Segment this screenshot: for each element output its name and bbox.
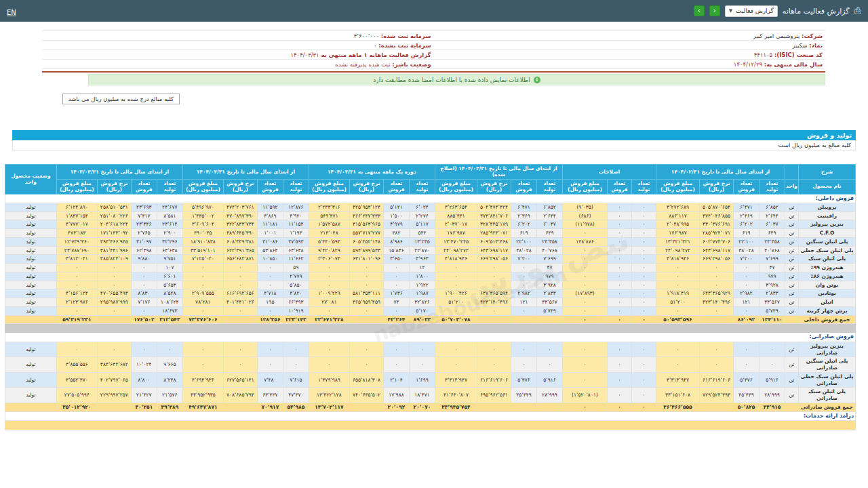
value-cell: ۷۰۸٬۶۸۵٬۷۹۴: [223, 388, 257, 403]
value-cell: ۲٬۱۲۳٬۹۷۶: [56, 298, 97, 307]
unit-cell: تن: [785, 237, 799, 246]
value-cell: ۰: [511, 281, 536, 289]
product-status-cell: تولید: [5, 203, 56, 211]
value-cell: ۴٬۸۱۸٬۹۴۶: [435, 255, 477, 264]
product-name-cell: اتیلن: [799, 298, 856, 307]
value-cell: ۳٬۹۲۸: [760, 281, 785, 289]
value-cell: ۰: [631, 229, 656, 238]
value-cell: ۰: [607, 264, 631, 272]
value-cell: ۲٬۱۰۴: [383, 372, 409, 388]
value-cell: ۰: [182, 272, 223, 281]
product-status-cell: تولید: [5, 220, 56, 229]
value-cell: ۷۴: [383, 298, 409, 307]
value-cell: ۳۳۰٬۳۷۶٬۶۹۱: [700, 220, 734, 229]
value-cell: ۰: [131, 264, 157, 272]
unit-cell: تن: [785, 306, 799, 315]
value-cell: ۰: [182, 264, 223, 272]
value-cell: ۴۲۳٬۱۴۰٬۴۹۶: [700, 298, 734, 307]
value-cell: ۶۳٬۶۳۸: [157, 246, 182, 255]
col-sub-header: مبلغ فروش (میلیون ریال): [435, 179, 477, 194]
printer-icon[interactable]: ⎙: [854, 5, 861, 16]
prev-report-button[interactable]: ‹: [709, 5, 720, 16]
col-spacer: [785, 165, 799, 180]
value-cell: ۰: [309, 306, 349, 315]
table-row: رافینیتتن۲٬۶۴۴۲٬۳۶۹۳۷۴٬۰۴۶٬۸۵۵۸۸۶٬۱۱۷۰۰(…: [5, 211, 855, 220]
value-cell: ۰: [734, 281, 760, 289]
value-cell: ۰: [56, 281, 97, 289]
value-cell: ۳۸٬۰۲۸: [734, 246, 760, 255]
value-cell: ۱٬۶۹۹: [409, 372, 435, 388]
value-cell: ۰: [97, 306, 131, 315]
value-cell: ۲۸٬۹۹۹: [760, 388, 785, 403]
value-cell: ۶٬۲۰۲: [511, 220, 536, 229]
value-cell: ۰: [562, 315, 607, 324]
product-status-cell: تولید: [5, 372, 56, 388]
header-group-row: شرحاز ابتدای سال مالی تا تاریخ ۱۴۰۴/۰۲/۳…: [5, 165, 855, 180]
value-cell: ۳۸۹٬۶۴۵٬۳۹۰: [223, 229, 257, 238]
value-cell: ۲٬۷۷۹: [283, 272, 309, 281]
value-cell: ۰: [257, 357, 283, 373]
value-cell: ۱٬۴۳۵٬۰۰۲: [182, 211, 223, 220]
value-cell: ۳۸۱٬۴۴۱٬۹۹۶: [97, 246, 131, 255]
value-cell: ۰: [409, 342, 435, 357]
section-note: کلیه مبالغ به میلیون ریال است: [12, 140, 856, 150]
col-group-title: دوره یک ماهه منتهی به ۱۴۰۴/۰۳/۳۱: [309, 165, 435, 180]
value-cell: ۰: [562, 264, 607, 272]
report-type-select[interactable]: گزارش فعالیت ▼: [725, 5, 778, 17]
value-cell: ۰: [257, 342, 283, 357]
value-cell: ۰: [562, 255, 607, 264]
info-cell: شرکت: پتروشیمی امیر کبیر: [434, 32, 826, 40]
value-cell: ۷٬۶۹۹: [536, 255, 562, 264]
value-cell: ۶٬۰۳۷: [536, 220, 562, 229]
value-cell: ۱۷۶٬۵۰۲: [131, 315, 157, 324]
value-cell: ۷٬۱۲۵٬۰۲۰: [182, 255, 223, 264]
value-cell: ۰: [257, 281, 283, 289]
value-cell: ۳۶٬۴۶۶٬۵۵۵: [656, 403, 699, 411]
value-cell: ۶٬۰۳۷: [760, 220, 785, 229]
table-row: بوتادینتن۲٬۸۳۳۲٬۹۸۲۶۴۳٬۳۶۵٬۹۲۹۱٬۹۱۸٬۳۱۹۰…: [5, 289, 855, 298]
value-cell: ۰: [734, 264, 760, 272]
next-report-button[interactable]: ›: [694, 5, 705, 16]
value-cell: ۶٬۸۵۲: [760, 203, 785, 211]
product-name-cell: رافینیت: [799, 211, 856, 220]
value-cell: ۶۹۵٬۹۶۲٬۵۶۱: [477, 388, 511, 403]
value-cell: ۷۰٬۹۱۷: [257, 403, 283, 411]
value-cell: ۲٬۳۶۹: [511, 211, 536, 220]
value-cell: ۸٬۹۸۶: [383, 237, 409, 246]
value-cell: ۲۰٬۰۷۰: [409, 403, 435, 411]
value-cell: ۱٬۸۰۰: [409, 272, 435, 281]
value-cell: [511, 315, 536, 324]
value-cell: ۴٬۸۱۸٬۹۴۶: [656, 255, 699, 264]
value-cell: ۱۲٬۷۳۹٬۳۶۰: [56, 237, 97, 246]
product-name-cell: پلی اتیلن سبک خطی صادراتی: [799, 372, 856, 388]
value-cell: ۱۳٬۲۳۵: [409, 237, 435, 246]
value-cell: ۲٬۸۳۳: [536, 289, 562, 298]
unit-cell: تن: [785, 357, 799, 373]
product-status-cell: تولید: [5, 342, 56, 357]
value-cell: ۰: [435, 281, 477, 289]
value-cell: ۴۵٬۴۴۹: [511, 388, 536, 403]
col-sub-header: مبلغ فروش (میلیون ریال): [182, 179, 223, 194]
value-cell: ۲۲٬۶۷۱٬۳۲۸: [309, 315, 349, 324]
value-cell: ۴٬۸۲۰: [283, 289, 309, 298]
value-cell: ۰: [700, 272, 734, 281]
value-cell: ۲٬۰۴۸٬۹۹۵: [656, 220, 699, 229]
value-cell: ۵۴۹٬۳۷۱: [309, 211, 349, 220]
value-cell: ۰: [383, 306, 409, 315]
value-cell: ۰: [631, 281, 656, 289]
product-status-cell: تولید: [5, 264, 56, 272]
value-cell: ۰: [349, 264, 383, 272]
product-status-cell: تولید: [5, 289, 56, 298]
value-cell: ۳۳٬۱۵۱٬۶۰۸: [656, 388, 699, 403]
value-cell: ۶٬۲۰۲: [734, 220, 760, 229]
value-cell: ۱۷۶٬۹۸۷: [435, 229, 477, 238]
value-cell: ۰: [56, 342, 97, 357]
value-cell: ۰: [607, 306, 631, 315]
value-cell: ۰: [309, 281, 349, 289]
col-sub-header: نرخ فروش (ریال): [349, 179, 383, 194]
english-lang-link[interactable]: EN: [7, 9, 16, 16]
product-status-cell: تولید: [5, 298, 56, 307]
value-cell: ۲٬۷۶۵: [131, 229, 157, 238]
value-cell: ۵۸۱٬۳۵۳٬۱۱۱: [349, 289, 383, 298]
value-cell: ۰: [656, 306, 699, 315]
